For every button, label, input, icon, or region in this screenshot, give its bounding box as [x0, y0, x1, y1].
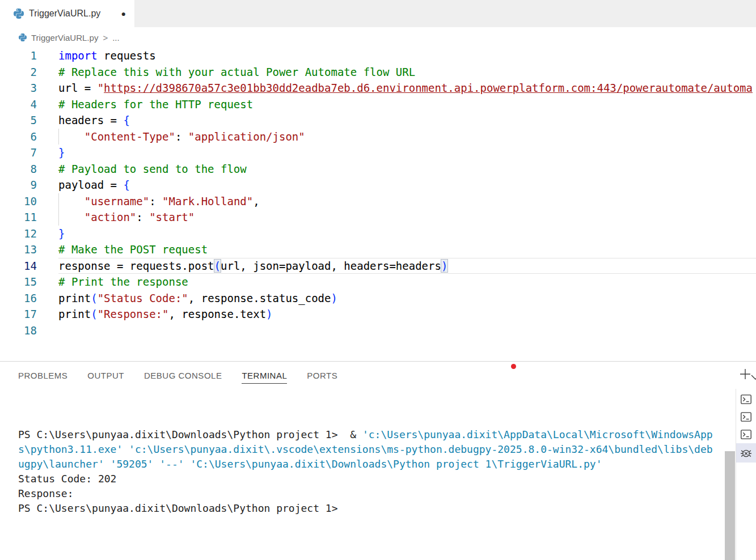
code-line-text: "username": "Mark.Holland", — [58, 193, 756, 210]
vscode-window: TriggerViaURL.py ● TriggerViaURL.py > ..… — [0, 0, 756, 560]
code-line-text: "action": "start" — [58, 209, 756, 226]
code-line[interactable]: 16print("Status Code:", response.status_… — [0, 290, 756, 307]
breadcrumb[interactable]: TriggerViaURL.py > ... — [0, 27, 756, 48]
editor-tab[interactable]: TriggerViaURL.py ● — [0, 0, 134, 27]
panel-tab-problems[interactable]: PROBLEMS — [18, 362, 67, 389]
terminal-tab-session[interactable] — [736, 426, 756, 443]
terminal-line: Status Code: 202 — [18, 472, 724, 486]
code-line[interactable]: 9payload = { — [0, 177, 756, 193]
terminal-icon — [740, 429, 752, 440]
panel-actions — [735, 362, 756, 389]
breadcrumb-file[interactable]: TriggerViaURL.py — [31, 33, 98, 43]
code-line[interactable]: 6 "Content-Type": "application/json" — [0, 129, 756, 145]
line-number: 15 — [0, 274, 37, 290]
code-line-text: # Payload to send to the flow — [58, 161, 756, 177]
code-line[interactable]: 5headers = { — [0, 112, 756, 129]
line-number: 5 — [0, 112, 37, 129]
code-line[interactable]: 17print("Response:", response.text) — [0, 306, 756, 323]
terminal-output[interactable]: PS C:\Users\punyaa.dixit\Downloads\Pytho… — [0, 389, 724, 560]
code-line[interactable]: 8# Payload to send to the flow — [0, 161, 756, 177]
line-number: 8 — [0, 161, 37, 177]
code-line-text: import requests — [58, 48, 756, 64]
terminal-tab-session[interactable] — [736, 408, 756, 426]
code-line-text: # Headers for the HTTP request — [58, 96, 756, 113]
terminal-icon — [740, 393, 752, 405]
code-line-text: url = "https://d398670a57c3e01bb30dd2ead… — [58, 80, 756, 96]
indent-guide-line — [58, 129, 59, 145]
terminal-line: PS C:\Users\punyaa.dixit\Downloads\Pytho… — [18, 427, 724, 442]
indent-guide-line — [58, 193, 59, 210]
panel-tabs: PROBLEMSOUTPUTDEBUG CONSOLETERMINALPORTS — [0, 362, 756, 389]
line-number: 1 — [0, 48, 37, 64]
line-number: 4 — [0, 96, 37, 113]
code-line-text: } — [58, 145, 756, 161]
terminal-line: s\python3.11.exe' 'c:\Users\punyaa.dixit… — [18, 442, 724, 457]
line-number: 3 — [0, 80, 37, 96]
python-icon — [19, 33, 27, 41]
code-line[interactable]: 12} — [0, 226, 756, 242]
code-line-text: } — [58, 226, 756, 242]
line-number: 9 — [0, 177, 37, 193]
code-line[interactable]: 7} — [0, 145, 756, 161]
code-line-text: payload = { — [58, 177, 756, 193]
line-number: 18 — [0, 323, 37, 339]
bottom-panel: PROBLEMSOUTPUTDEBUG CONSOLETERMINALPORTS… — [0, 361, 756, 560]
new-terminal-button[interactable] — [738, 367, 752, 383]
terminal-line: Response: — [18, 486, 724, 501]
code-line-text: headers = { — [58, 112, 756, 129]
panel-header: PROBLEMSOUTPUTDEBUG CONSOLETERMINALPORTS — [0, 362, 756, 389]
debug-console-icon — [740, 447, 753, 460]
line-number: 6 — [0, 129, 37, 145]
panel-tab-terminal[interactable]: TERMINAL — [242, 362, 287, 389]
line-number: 13 — [0, 241, 37, 258]
code-line-text: # Print the response — [58, 274, 756, 290]
panel-tab-ports[interactable]: PORTS — [307, 362, 337, 389]
code-line[interactable]: 4# Headers for the HTTP request — [0, 96, 756, 113]
unsaved-changes-dot[interactable]: ● — [121, 9, 126, 18]
code-line[interactable]: 14response = requests.post(url, json=pay… — [0, 258, 756, 274]
code-line[interactable]: 18 — [0, 323, 756, 339]
line-number: 10 — [0, 193, 37, 210]
code-line-text: response = requests.post(url, json=paylo… — [58, 258, 756, 274]
code-line[interactable]: 13# Make the POST request — [0, 241, 756, 258]
code-line[interactable]: 11 "action": "start" — [0, 209, 756, 226]
line-number: 14 — [0, 258, 37, 274]
tab-label: TriggerViaURL.py — [29, 9, 100, 19]
code-line-text: # Replace this with your actual Power Au… — [58, 64, 756, 80]
python-icon — [14, 9, 24, 19]
code-line[interactable]: 1import requests — [0, 48, 756, 64]
red-recording-dot — [511, 364, 516, 369]
line-number: 11 — [0, 209, 37, 226]
code-line-text: # Make the POST request — [58, 241, 756, 258]
line-number: 17 — [0, 306, 37, 323]
code-line-text — [58, 323, 756, 339]
indent-guide-line — [58, 209, 59, 226]
terminal-line: ugpy\launcher' '59205' '--' 'C:\Users\pu… — [18, 457, 724, 472]
line-number: 2 — [0, 64, 37, 80]
terminal-lines: PS C:\Users\punyaa.dixit\Downloads\Pytho… — [18, 427, 724, 516]
code-line[interactable]: 15# Print the response — [0, 274, 756, 290]
panel-tab-output[interactable]: OUTPUT — [87, 362, 124, 389]
code-lines: 1import requests2# Replace this with you… — [0, 48, 756, 338]
terminal-scrollbar[interactable] — [724, 389, 736, 560]
scrollbar-thumb[interactable] — [725, 451, 735, 560]
terminal-tabs-list — [736, 389, 756, 560]
editor-tab-bar: TriggerViaURL.py ● — [0, 0, 756, 27]
breadcrumb-ellipsis[interactable]: ... — [112, 33, 120, 43]
terminal-line: PS C:\Users\punyaa.dixit\Downloads\Pytho… — [18, 501, 724, 516]
code-line[interactable]: 3url = "https://d398670a57c3e01bb30dd2ea… — [0, 80, 756, 96]
terminal-tab-debug-console[interactable] — [736, 443, 756, 463]
terminal-tab-session[interactable] — [736, 391, 756, 408]
terminal-icon — [740, 411, 752, 423]
code-line-text: "Content-Type": "application/json" — [58, 129, 756, 145]
code-line[interactable]: 2# Replace this with your actual Power A… — [0, 64, 756, 80]
code-line[interactable]: 10 "username": "Mark.Holland", — [0, 193, 756, 210]
line-number: 16 — [0, 290, 37, 307]
code-line-text: print("Response:", response.text) — [58, 306, 756, 323]
code-editor[interactable]: 1import requests2# Replace this with you… — [0, 48, 756, 361]
panel-tab-debug-console[interactable]: DEBUG CONSOLE — [144, 362, 222, 389]
code-line-text: print("Status Code:", response.status_co… — [58, 290, 756, 307]
chevron-right-icon: > — [103, 33, 108, 43]
line-number: 7 — [0, 145, 37, 161]
chevron-down-icon[interactable] — [751, 372, 756, 383]
